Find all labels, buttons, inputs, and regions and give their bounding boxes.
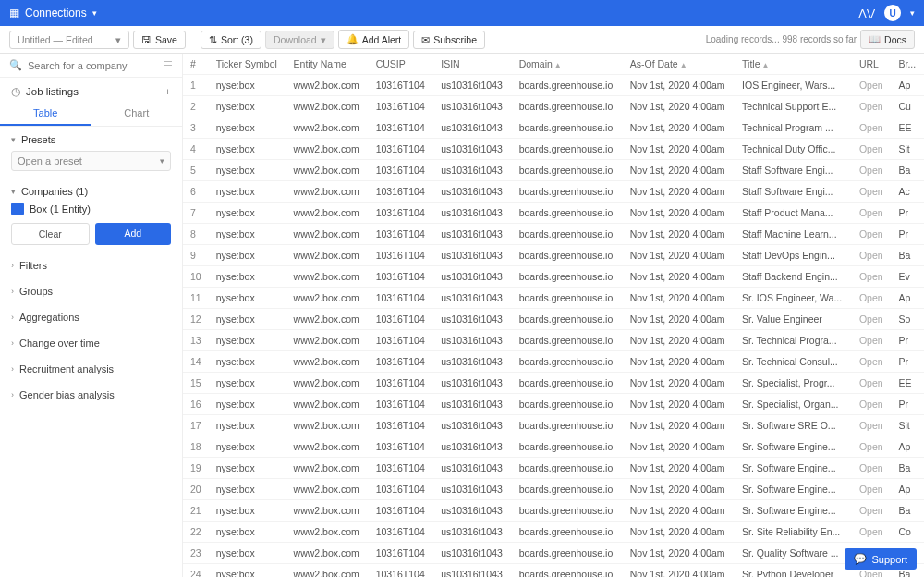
table-cell: www2.box.com — [286, 330, 369, 351]
company-search-input[interactable] — [28, 60, 158, 71]
table-row[interactable]: 2nyse:boxwww2.box.com10316T104us10316t10… — [183, 96, 924, 117]
table-cell: EE — [891, 117, 924, 139]
table-row[interactable]: 9nyse:boxwww2.box.com10316T104us10316t10… — [183, 245, 924, 266]
chat-icon: 💬 — [854, 553, 867, 565]
column-header[interactable]: URL — [852, 54, 892, 75]
table-cell: boards.greenhouse.io — [512, 224, 623, 245]
chevron-down-icon[interactable]: ▾ — [910, 8, 915, 18]
table-row[interactable]: 11nyse:boxwww2.box.com10316T104us10316t1… — [183, 288, 924, 309]
company-chip[interactable]: Box (1 Entity) — [30, 203, 91, 215]
table-cell: us10316t1043 — [433, 245, 511, 266]
column-header[interactable]: ISIN — [433, 54, 511, 75]
table-cell: www2.box.com — [286, 117, 369, 139]
table-cell: boards.greenhouse.io — [512, 564, 623, 578]
table-row[interactable]: 12nyse:boxwww2.box.com10316T104us10316t1… — [183, 309, 924, 330]
table-cell: boards.greenhouse.io — [512, 288, 623, 309]
table-cell: Technical Duty Offic... — [735, 139, 852, 160]
table-cell: Sr. Specialist, Progr... — [735, 373, 852, 394]
table-cell: Technical Program ... — [735, 117, 852, 139]
menu-icon[interactable]: ☰ — [164, 59, 173, 71]
table-row[interactable]: 21nyse:boxwww2.box.com10316T104us10316t1… — [183, 500, 924, 522]
sort-button[interactable]: ⇅Sort (3) — [201, 31, 261, 49]
table-cell: Open — [852, 181, 892, 203]
table-cell: Open — [852, 139, 892, 160]
toolbar: Untitled — Edited▾ 🖫Save ⇅Sort (3) Downl… — [0, 26, 924, 54]
table-row[interactable]: 8nyse:boxwww2.box.com10316T104us10316t10… — [183, 224, 924, 245]
table-row[interactable]: 5nyse:boxwww2.box.com10316T104us10316t10… — [183, 160, 924, 181]
sidebar-row-label: Change over time — [19, 338, 100, 349]
book-icon: 📖 — [869, 33, 881, 45]
table-cell: boards.greenhouse.io — [512, 458, 623, 479]
table-cell: us10316t1043 — [433, 75, 511, 96]
table-row[interactable]: 3nyse:boxwww2.box.com10316T104us10316t10… — [183, 117, 924, 139]
activity-icon[interactable]: ⋀⋁ — [858, 7, 875, 19]
column-header[interactable]: Br... — [891, 54, 924, 75]
column-header[interactable]: Entity Name — [286, 54, 369, 75]
save-button[interactable]: 🖫Save — [133, 31, 186, 49]
table-cell: boards.greenhouse.io — [512, 75, 623, 96]
table-row[interactable]: 19nyse:boxwww2.box.com10316T104us10316t1… — [183, 458, 924, 479]
table-row[interactable]: 20nyse:boxwww2.box.com10316T104us10316t1… — [183, 479, 924, 500]
plus-icon[interactable]: + — [164, 86, 171, 97]
table-row[interactable]: 13nyse:boxwww2.box.com10316T104us10316t1… — [183, 330, 924, 351]
table-row[interactable]: 10nyse:boxwww2.box.com10316T104us10316t1… — [183, 266, 924, 288]
column-header[interactable]: CUSIP — [369, 54, 434, 75]
companies-toggle[interactable]: ▾Companies (1) — [11, 186, 171, 197]
table-cell: Sr. Python Developer — [735, 564, 852, 578]
table-row[interactable]: 1nyse:boxwww2.box.com10316T104us10316t10… — [183, 75, 924, 96]
table-cell: www2.box.com — [286, 245, 369, 266]
table-cell: nyse:box — [209, 564, 286, 578]
chart-icon: ◷ — [11, 85, 20, 98]
table-cell: www2.box.com — [286, 458, 369, 479]
table-row[interactable]: 18nyse:boxwww2.box.com10316T104us10316t1… — [183, 436, 924, 458]
column-header[interactable]: As-Of Date▲ — [623, 54, 735, 75]
subscribe-button[interactable]: ✉Subscribe — [413, 31, 485, 49]
support-button[interactable]: 💬 Support — [845, 548, 917, 570]
table-row[interactable]: 23nyse:boxwww2.box.com10316T104us10316t1… — [183, 543, 924, 564]
sidebar-row[interactable]: ›Filters — [0, 252, 182, 278]
chevron-down-icon[interactable]: ▾ — [92, 8, 97, 18]
sidebar-row[interactable]: ›Change over time — [0, 330, 182, 356]
preset-select[interactable]: Open a preset▾ — [11, 151, 171, 171]
presets-toggle[interactable]: ▾Presets — [11, 134, 171, 145]
table-container[interactable]: #Ticker SymbolEntity NameCUSIPISINDomain… — [183, 54, 924, 577]
sheet-name-dropdown[interactable]: Untitled — Edited▾ — [9, 31, 129, 49]
table-cell: 2 — [183, 96, 209, 117]
column-header[interactable]: # — [183, 54, 209, 75]
column-header[interactable]: Ticker Symbol — [209, 54, 286, 75]
table-cell: Nov 1st, 2020 4:00am — [623, 117, 735, 139]
chevron-right-icon: › — [11, 338, 14, 348]
sidebar-row[interactable]: ›Aggregations — [0, 304, 182, 330]
docs-button[interactable]: 📖Docs — [860, 30, 915, 49]
sidebar-row[interactable]: ›Groups — [0, 278, 182, 304]
sidebar-row[interactable]: ›Gender bias analysis — [0, 382, 182, 408]
clear-button[interactable]: Clear — [11, 223, 90, 245]
avatar[interactable]: U — [884, 5, 901, 21]
add-button[interactable]: Add — [95, 223, 172, 245]
table-row[interactable]: 6nyse:boxwww2.box.com10316T104us10316t10… — [183, 181, 924, 203]
table-cell: Nov 1st, 2020 4:00am — [623, 394, 735, 415]
table-row[interactable]: 17nyse:boxwww2.box.com10316T104us10316t1… — [183, 415, 924, 436]
column-header[interactable]: Domain▲ — [512, 54, 623, 75]
tab-table[interactable]: Table — [0, 102, 91, 126]
table-row[interactable]: 24nyse:boxwww2.box.com10316T104us10316t1… — [183, 564, 924, 578]
app-title[interactable]: Connections — [25, 6, 87, 19]
download-button[interactable]: Download▾ — [265, 31, 334, 49]
tab-chart[interactable]: Chart — [91, 102, 183, 126]
add-alert-button[interactable]: 🔔Add Alert — [338, 30, 410, 49]
column-header[interactable]: Title▲ — [735, 54, 852, 75]
table-cell: nyse:box — [209, 500, 286, 522]
table-cell: nyse:box — [209, 522, 286, 543]
table-row[interactable]: 15nyse:boxwww2.box.com10316T104us10316t1… — [183, 373, 924, 394]
sidebar-row[interactable]: ›Recruitment analysis — [0, 356, 182, 382]
table-cell: nyse:box — [209, 415, 286, 436]
table-cell: us10316t1043 — [433, 309, 511, 330]
table-row[interactable]: 7nyse:boxwww2.box.com10316T104us10316t10… — [183, 203, 924, 224]
table-cell: 10316T104 — [369, 181, 434, 203]
table-row[interactable]: 22nyse:boxwww2.box.com10316T104us10316t1… — [183, 522, 924, 543]
data-table: #Ticker SymbolEntity NameCUSIPISINDomain… — [183, 54, 924, 577]
table-cell: 10316T104 — [369, 203, 434, 224]
table-row[interactable]: 16nyse:boxwww2.box.com10316T104us10316t1… — [183, 394, 924, 415]
table-row[interactable]: 14nyse:boxwww2.box.com10316T104us10316t1… — [183, 351, 924, 373]
table-row[interactable]: 4nyse:boxwww2.box.com10316T104us10316t10… — [183, 139, 924, 160]
